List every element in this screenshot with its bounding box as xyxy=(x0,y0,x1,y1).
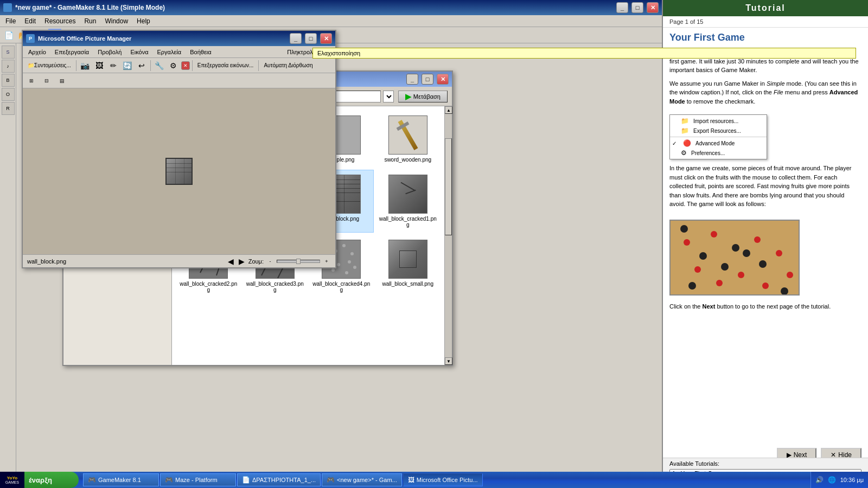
tutorial-body3: Click on the Next button to go to the ne… xyxy=(663,300,868,318)
menu-window[interactable]: Window xyxy=(101,16,131,26)
svg-point-25 xyxy=(754,236,761,243)
filebrowser-close[interactable]: ✕ xyxy=(437,74,449,85)
scroll-thumb[interactable] xyxy=(445,138,452,236)
svg-point-20 xyxy=(345,271,348,274)
scroll-down-btn[interactable]: ▼ xyxy=(445,357,452,365)
taskbar-item-activity[interactable]: 📄 ΔΡΑΣΤΗΡΙΟΤΗΤΑ_1_... xyxy=(237,473,321,486)
minimize-tooltip: Ελαχιστοποίηση xyxy=(312,48,856,59)
taskbar-item-gm[interactable]: 🎮 GameMaker 8.1 xyxy=(83,473,159,486)
mspm-image-area[interactable] xyxy=(23,88,335,254)
tutorial-page-info: Page 1 of 15 xyxy=(663,16,868,28)
mspm-view3[interactable]: ▤ xyxy=(55,74,68,87)
mspm-menu-view[interactable]: Προβολή xyxy=(94,48,125,56)
mspm-minimize[interactable]: _ xyxy=(290,33,302,44)
mspm-tb7[interactable]: ⚙ xyxy=(167,59,180,72)
mspm-nav-prev[interactable]: ◀ xyxy=(227,257,235,266)
file-sword-name: sword_wooden.png xyxy=(384,157,431,163)
file-wall-cracked1[interactable]: wall_block_cracked1.png xyxy=(376,170,441,233)
mspm-tb4[interactable]: 🔄 xyxy=(121,59,134,72)
start-button[interactable]: έναρξη xyxy=(24,472,79,488)
sidebar-sprites[interactable]: S xyxy=(2,46,15,59)
tutorial-para-2: We assume you run Game Maker in Simple m… xyxy=(669,79,861,106)
file-wall-cracked1-thumb xyxy=(388,175,427,214)
mspm-titlebar: P Microsoft Office Picture Manager _ □ ✕ xyxy=(23,31,335,46)
mini-menu-sep xyxy=(670,137,767,137)
gamemaker-titlebar: *new game* - GameMaker 8.1 Lite (Simple … xyxy=(0,0,662,15)
mspm-menu-help[interactable]: Βοήθεια xyxy=(187,48,214,56)
mspm-zoom-in[interactable]: + xyxy=(322,257,331,266)
mspm-tb1[interactable]: 📷 xyxy=(79,59,92,72)
taskbar-newgame-icon: 🎮 xyxy=(327,476,335,484)
sword-guard xyxy=(396,121,409,131)
tb-new[interactable]: 📄 xyxy=(2,29,15,42)
menu-resources[interactable]: Resources xyxy=(41,16,79,26)
mspm-tb5[interactable]: ↩ xyxy=(135,59,148,72)
mspm-tb3[interactable]: ✏ xyxy=(107,59,120,72)
mspm-tb-close[interactable]: ✕ xyxy=(181,61,190,70)
mspm-menu-file[interactable]: Αρχείο xyxy=(25,48,49,56)
menu-run[interactable]: Run xyxy=(81,16,99,26)
mspm-toolbar2: ⊞ ⊟ ▤ xyxy=(23,73,335,88)
mspm-menu-picture[interactable]: Εικόνα xyxy=(127,48,151,56)
file-wall-small[interactable]: wall_block_small.png xyxy=(376,235,441,298)
mspm-zoom-label: Ζουμ: xyxy=(248,258,264,265)
tutorial-click-note: Click on the Next button to go to the ne… xyxy=(669,302,861,311)
file-sword-thumb xyxy=(388,115,427,155)
mspm-tb2[interactable]: 🖼 xyxy=(93,59,106,72)
menu-file[interactable]: File xyxy=(2,16,19,26)
sidebar-backgrounds[interactable]: B xyxy=(2,74,15,87)
menu-edit[interactable]: Edit xyxy=(21,16,39,26)
wall-block-image xyxy=(165,158,193,185)
mspm-close[interactable]: ✕ xyxy=(320,33,332,44)
sidebar-objects[interactable]: O xyxy=(2,88,15,101)
mspm-view2[interactable]: ⊟ xyxy=(40,74,53,87)
mspm-restore[interactable]: □ xyxy=(305,33,317,44)
mini-advanced-icon: 🔴 xyxy=(683,139,691,147)
minimize-button[interactable]: _ xyxy=(616,2,628,13)
mspm-view1[interactable]: ⊞ xyxy=(25,74,38,87)
mspm-menu-edit[interactable]: Επεξεργασία xyxy=(52,48,92,56)
start-label: έναρξη xyxy=(29,476,52,484)
svg-point-29 xyxy=(716,280,723,286)
mspm-shortcuts-btn[interactable]: 📁 Συντομεύσεις... xyxy=(25,59,74,72)
go-button[interactable]: ▶ Μετάβαση xyxy=(398,91,448,102)
scroll-up-btn[interactable]: ▲ xyxy=(445,106,452,114)
mspm-zoom-out[interactable]: - xyxy=(266,257,275,266)
taskbar-item-mspm[interactable]: 🖼 Microsoft Office Pictu... xyxy=(403,473,483,486)
taskbar-mspm-label: Microsoft Office Pictu... xyxy=(417,477,478,483)
taskbar-item-newgame[interactable]: 🎮 <new game>* - Gam... xyxy=(322,473,402,486)
svg-point-15 xyxy=(350,252,354,255)
scroll-track[interactable] xyxy=(445,114,452,357)
menu-help[interactable]: Help xyxy=(133,16,154,26)
filebrowser-scrollbar[interactable]: ▲ ▼ xyxy=(444,106,452,365)
mspm-zoom-slider[interactable] xyxy=(277,260,320,263)
mspm-auto-btn[interactable]: Αυτόματη Διόρθωση xyxy=(261,59,315,72)
restore-button[interactable]: □ xyxy=(631,2,643,13)
taskbar-gm-label: GameMaker 8.1 xyxy=(98,477,141,483)
tutorial-menu-screenshot: 📁 Import resources... 📁 Export Resources… xyxy=(669,114,861,159)
file-wall-small-thumb xyxy=(388,240,427,279)
tutorial-header: Tutorial xyxy=(663,0,868,16)
taskbar-item-maze[interactable]: 🎮 Maze - Platform xyxy=(160,473,236,486)
filebrowser-minimize[interactable]: _ xyxy=(406,74,418,85)
file-sword[interactable]: sword_wooden.png xyxy=(376,111,441,168)
address-dropdown-select[interactable] xyxy=(383,91,394,102)
mspm-menu-tools[interactable]: Εργαλεία xyxy=(154,48,185,56)
close-button[interactable]: ✕ xyxy=(647,2,659,13)
mspm-nav-next[interactable]: ▶ xyxy=(238,257,246,266)
mspm-edit-btn[interactable]: Επεξεργασία εικόνων... xyxy=(195,59,257,72)
gamemaker-icon xyxy=(3,3,12,12)
crack1 xyxy=(400,182,415,191)
keyword-simple: Simple xyxy=(767,80,785,87)
sidebar-sounds[interactable]: ♪ xyxy=(2,60,15,73)
filebrowser-restore[interactable]: □ xyxy=(422,74,433,85)
svg-point-38 xyxy=(781,287,788,295)
gamemaker-title: *new game* - GameMaker 8.1 Lite (Simple … xyxy=(15,4,613,11)
mspm-sep1 xyxy=(76,60,76,71)
taskbar: YoYo GAMES έναρξη 🎮 GameMaker 8.1 🎮 Maze… xyxy=(0,472,868,488)
mspm-sep2 xyxy=(150,60,151,71)
taskbar-items: 🎮 GameMaker 8.1 🎮 Maze - Platform 📄 ΔΡΑΣ… xyxy=(83,473,810,486)
sidebar-rooms[interactable]: R xyxy=(2,102,15,115)
mspm-tb6[interactable]: 🔧 xyxy=(153,59,166,72)
address-dropdown[interactable] xyxy=(383,91,394,102)
